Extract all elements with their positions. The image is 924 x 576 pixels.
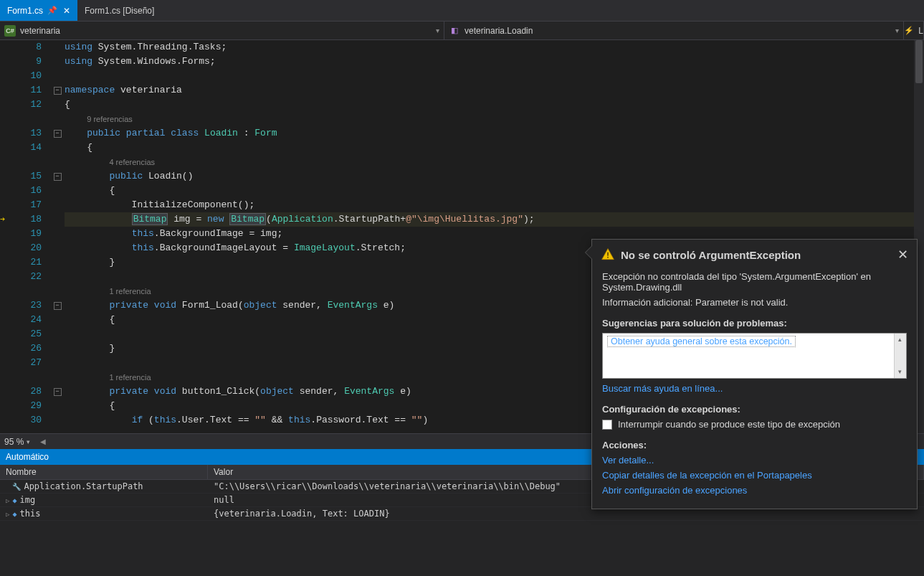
code-text[interactable]: using System.Threading.Tasks;	[65, 40, 914, 55]
line-number: 18	[14, 212, 50, 227]
fold-gutter	[50, 227, 65, 241]
expand-icon[interactable]: ▷	[6, 497, 9, 504]
arrow-left-icon[interactable]: ◀	[40, 438, 46, 445]
code-line[interactable]: 9using System.Windows.Forms;	[0, 55, 914, 69]
fold-gutter	[50, 255, 65, 270]
variable-icon: 🔧	[12, 483, 21, 491]
code-line[interactable]: 4 referencias	[0, 155, 914, 169]
fold-gutter	[50, 341, 65, 356]
line-number	[14, 370, 50, 384]
project-dropdown[interactable]: C# veterinaria ▾	[0, 22, 444, 39]
chevron-down-icon: ▾	[436, 27, 439, 34]
fold-gutter	[50, 184, 65, 198]
autos-name-cell: ▷◆img	[0, 494, 208, 506]
pin-icon[interactable]: 📌	[47, 6, 57, 15]
code-line[interactable]: 14 {	[0, 141, 914, 155]
code-line[interactable]: 11−namespace veterinaria	[0, 83, 914, 98]
code-line[interactable]: 16 {	[0, 184, 914, 198]
fold-gutter	[50, 198, 65, 212]
close-button[interactable]: ✕	[897, 247, 908, 263]
exception-message: Excepción no controlada del tipo 'System…	[602, 271, 907, 293]
checkbox[interactable]	[602, 420, 612, 430]
member-label: L	[918, 26, 923, 36]
line-number: 21	[14, 255, 50, 270]
code-text[interactable]: {	[65, 141, 914, 155]
code-text[interactable]	[65, 69, 914, 83]
suggestion-link[interactable]: Obtener ayuda general sobre esta excepci…	[607, 336, 796, 347]
fold-gutter	[50, 327, 65, 341]
expand-icon[interactable]: ▷	[6, 511, 9, 518]
fold-toggle-icon[interactable]: −	[54, 87, 62, 95]
code-line[interactable]: 12{	[0, 98, 914, 112]
zoom-value[interactable]: 95 %	[4, 437, 24, 447]
csharp-icon: C#	[4, 25, 16, 37]
fold-gutter[interactable]: −	[50, 384, 65, 399]
line-number: 29	[14, 399, 50, 413]
action-copy-details[interactable]: Copiar detalles de la excepción en el Po…	[602, 470, 812, 481]
line-number: 27	[14, 356, 50, 370]
scroll-up-icon[interactable]: ▴	[894, 334, 906, 346]
code-line[interactable]: ➔18 Bitmap img = new Bitmap(Application.…	[0, 212, 914, 227]
line-number: 9	[14, 55, 50, 69]
code-text[interactable]: 9 referencias	[65, 112, 914, 126]
line-number: 22	[14, 270, 50, 284]
scrollbar[interactable]: ▴ ▾	[894, 334, 906, 378]
class-dropdown[interactable]: ◧ veterinaria.Loadin ▾	[444, 22, 904, 39]
code-line[interactable]: 9 referencias	[0, 112, 914, 126]
code-line[interactable]: 10	[0, 69, 914, 83]
fold-gutter	[50, 112, 65, 126]
tab-label: Form1.cs [Diseño]	[85, 6, 154, 16]
break-checkbox-row[interactable]: Interrumpir cuando se produce este tipo …	[602, 419, 907, 430]
code-text[interactable]: using System.Windows.Forms;	[65, 55, 914, 69]
member-dropdown[interactable]: ⚡ L	[904, 22, 924, 39]
fold-gutter[interactable]: −	[50, 298, 65, 313]
fold-gutter	[50, 155, 65, 169]
fold-toggle-icon[interactable]: −	[54, 130, 62, 138]
code-text[interactable]: namespace veterinaria	[65, 83, 914, 98]
code-text[interactable]: {	[65, 98, 914, 112]
line-number: 8	[14, 40, 50, 55]
line-number	[14, 155, 50, 169]
tab-form1-cs[interactable]: Form1.cs 📌 ✕	[0, 0, 77, 21]
warning-icon	[601, 247, 615, 262]
code-line[interactable]: 17 InitializeComponent();	[0, 198, 914, 212]
tab-form1-design[interactable]: Form1.cs [Diseño]	[77, 0, 161, 21]
fold-gutter	[50, 98, 65, 112]
line-number: 15	[14, 169, 50, 184]
fold-gutter	[50, 370, 65, 384]
fold-toggle-icon[interactable]: −	[54, 302, 62, 310]
code-text[interactable]: InitializeComponent();	[65, 198, 914, 212]
fold-gutter[interactable]: −	[50, 169, 65, 184]
fold-gutter[interactable]: −	[50, 126, 65, 141]
fold-toggle-icon[interactable]: −	[54, 388, 62, 396]
line-number: 25	[14, 327, 50, 341]
more-help-link[interactable]: Buscar más ayuda en línea...	[602, 383, 723, 394]
variable-icon: ◆	[12, 496, 16, 504]
code-line[interactable]: 15− public Loadin()	[0, 169, 914, 184]
line-number: 30	[14, 413, 50, 428]
code-text[interactable]: public partial class Loadin : Form	[65, 126, 914, 141]
autos-name-cell: 🔧Application.StartupPath	[0, 480, 208, 493]
bolt-icon: ⚡	[904, 25, 914, 37]
action-open-config[interactable]: Abrir configuración de excepciones	[602, 485, 747, 496]
scroll-down-icon[interactable]: ▾	[894, 366, 906, 378]
chevron-down-icon: ▾	[895, 27, 899, 34]
fold-gutter	[50, 55, 65, 69]
code-text[interactable]: 4 referencias	[65, 155, 914, 169]
action-view-detail[interactable]: Ver detalle...	[602, 455, 654, 466]
code-line[interactable]: 13− public partial class Loadin : Form	[0, 126, 914, 141]
expand-icon[interactable]	[6, 483, 9, 491]
code-text[interactable]: {	[65, 184, 914, 198]
code-text[interactable]: Bitmap img = new Bitmap(Application.Star…	[65, 212, 914, 227]
code-text[interactable]: public Loadin()	[65, 169, 914, 184]
code-line[interactable]: 8using System.Threading.Tasks;	[0, 40, 914, 55]
close-icon[interactable]: ✕	[63, 6, 70, 16]
exception-popup: No se controló ArgumentException ✕ Excep…	[591, 239, 918, 509]
fold-gutter[interactable]: −	[50, 83, 65, 98]
fold-toggle-icon[interactable]: −	[54, 173, 62, 181]
fold-gutter	[50, 241, 65, 255]
chevron-down-icon[interactable]: ▾	[27, 438, 30, 445]
current-line-arrow-icon: ➔	[0, 214, 5, 225]
col-name[interactable]: Nombre	[0, 465, 208, 479]
line-number: 17	[14, 198, 50, 212]
